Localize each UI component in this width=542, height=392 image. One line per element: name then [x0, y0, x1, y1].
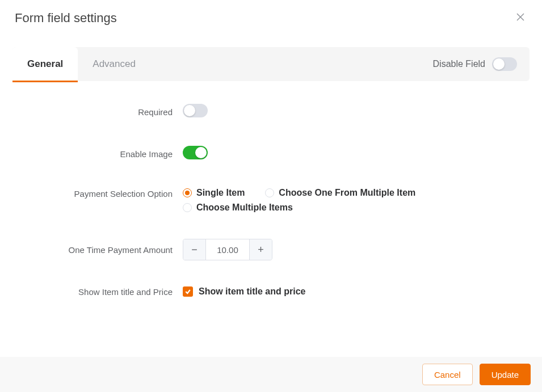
show-item-title-price-checkbox[interactable]: Show item title and price [183, 286, 528, 297]
row-required: Required [14, 104, 528, 120]
row-one-time-amount: One Time Payment Amount − + [14, 239, 528, 260]
enable-image-label: Enable Image [14, 149, 183, 159]
show-item-title-price-checkbox-label: Show item title and price [199, 286, 305, 297]
one-time-amount-label: One Time Payment Amount [14, 245, 183, 255]
enable-image-toggle[interactable] [183, 146, 208, 159]
show-item-title-price-label: Show Item title and Price [14, 287, 183, 297]
close-icon[interactable] [514, 10, 527, 26]
tab-general[interactable]: General [12, 47, 78, 81]
payment-selection-radio-group: Single Item Choose One From Multiple Ite… [183, 188, 501, 213]
required-control [183, 104, 528, 120]
required-toggle[interactable] [183, 104, 208, 117]
update-button-label: Update [491, 370, 519, 380]
checkbox-box [183, 286, 193, 297]
radio-single-item-label: Single Item [196, 188, 245, 198]
stepper-decrement-button[interactable]: − [183, 239, 206, 260]
radio-choose-one-label: Choose One From Multiple Item [279, 188, 415, 198]
enable-image-control [183, 146, 528, 162]
tabs-left: General Advanced [12, 47, 150, 81]
row-show-item-title-price: Show Item title and Price Show item titl… [14, 286, 528, 297]
update-button[interactable]: Update [480, 364, 531, 385]
radio-choose-multiple[interactable]: Choose Multiple Items [183, 203, 501, 213]
payment-selection-label: Payment Selection Option [14, 188, 183, 199]
modal-header: Form field settings [0, 0, 542, 32]
modal-footer: Cancel Update [0, 357, 542, 392]
disable-field-toggle[interactable] [492, 57, 517, 71]
cancel-button-label: Cancel [434, 370, 461, 380]
minus-icon: − [191, 244, 198, 256]
form-body: Required Enable Image Payment Selection … [0, 81, 542, 323]
tabs-bar: General Advanced Disable Field [12, 47, 530, 81]
payment-selection-control: Single Item Choose One From Multiple Ite… [183, 188, 528, 213]
radio-circle-icon [183, 188, 192, 197]
tab-general-label: General [27, 58, 63, 70]
one-time-amount-input[interactable] [206, 239, 249, 260]
radio-single-item[interactable]: Single Item [183, 188, 245, 198]
radio-circle-icon [265, 188, 274, 197]
radio-choose-one[interactable]: Choose One From Multiple Item [265, 188, 415, 198]
required-label: Required [14, 107, 183, 117]
toggle-knob [184, 105, 195, 116]
toggle-knob [493, 58, 505, 70]
one-time-amount-control: − + [183, 239, 528, 260]
disable-field-control: Disable Field [433, 57, 517, 71]
row-payment-selection: Payment Selection Option Single Item Cho… [14, 188, 528, 213]
plus-icon: + [258, 244, 264, 256]
radio-circle-icon [183, 203, 192, 212]
show-item-title-price-control: Show item title and price [183, 286, 528, 297]
row-enable-image: Enable Image [14, 146, 528, 162]
x-icon [516, 12, 525, 22]
check-icon [184, 288, 191, 295]
stepper-increment-button[interactable]: + [249, 239, 272, 260]
one-time-amount-stepper: − + [183, 239, 272, 260]
tab-advanced-label: Advanced [93, 58, 136, 70]
toggle-knob [195, 147, 207, 158]
radio-choose-multiple-label: Choose Multiple Items [196, 203, 293, 213]
form-field-settings-modal: Form field settings General Advanced Dis… [0, 0, 542, 392]
cancel-button[interactable]: Cancel [422, 364, 473, 385]
tab-advanced[interactable]: Advanced [78, 47, 150, 81]
modal-title: Form field settings [15, 11, 117, 26]
disable-field-label: Disable Field [433, 59, 485, 69]
